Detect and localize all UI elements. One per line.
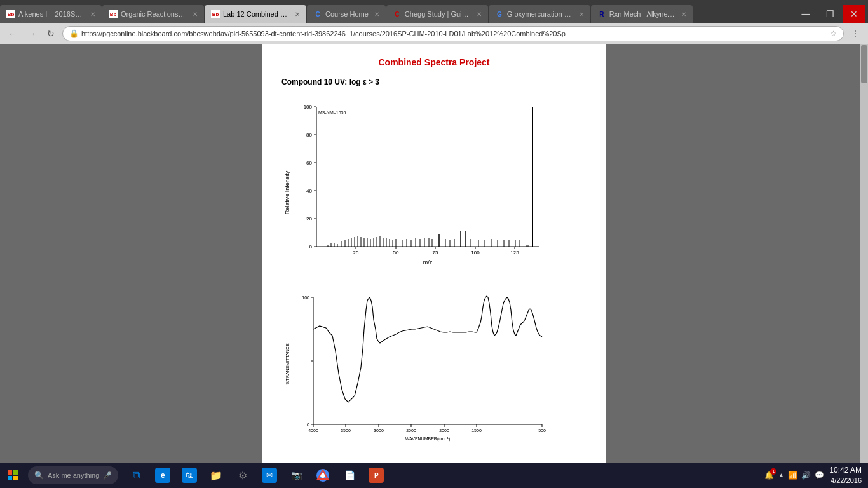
- start-button[interactable]: [0, 463, 25, 488]
- mail-icon: ✉: [262, 468, 277, 483]
- taskbar-search[interactable]: 🔍 Ask me anything 🎤: [28, 466, 118, 484]
- ir-chart-container: %TRANSMITTANCE 100 0 4000 3500: [281, 291, 587, 444]
- taskbar-clock[interactable]: 10:42 AM 4/22/2016: [829, 466, 862, 485]
- taskbar-app-chrome[interactable]: [310, 463, 336, 488]
- ms-x125: 125: [510, 250, 519, 255]
- tab-label-alkenes: Alkenes I – 2016SP-...: [18, 10, 85, 18]
- svg-rect-73: [8, 470, 12, 475]
- lock-icon: 🔒: [69, 29, 79, 38]
- scrollbar-thumb[interactable]: [861, 45, 867, 83]
- browser-content: Combined Spectra Project Compound 10 UV:…: [0, 44, 868, 488]
- tab-favicon-bb2: Bb: [109, 10, 118, 18]
- taskbar-app-powerpoint[interactable]: P: [363, 463, 389, 488]
- tab-lab12[interactable]: Bb Lab 12 Combined S... ✕: [205, 5, 306, 23]
- ms-y20: 20: [306, 216, 312, 222]
- systray: 🔔 1 ▲ 📶 🔊 💬: [764, 471, 824, 480]
- ms-y100: 100: [304, 104, 313, 110]
- tab-label-coursehome: Course Home: [325, 10, 369, 18]
- ms-x50: 50: [393, 250, 399, 255]
- restore-button[interactable]: ❐: [818, 5, 841, 23]
- tab-organic[interactable]: Bb Organic Reactions P... ✕: [102, 5, 204, 23]
- tab-label-lab12: Lab 12 Combined S...: [223, 10, 289, 18]
- browser-scrollbar[interactable]: [860, 44, 868, 488]
- tab-favicon-bb3: Bb: [211, 10, 220, 18]
- taskbar-app-edge[interactable]: e: [150, 463, 175, 488]
- mic-icon[interactable]: 🎤: [103, 471, 112, 480]
- chevron-up-icon[interactable]: ▲: [778, 471, 784, 478]
- tab-coursehome[interactable]: C Course Home ✕: [307, 5, 386, 23]
- taskbar-app-task-view[interactable]: ⧉: [123, 463, 149, 488]
- ir-x3500: 3500: [341, 428, 351, 433]
- store-icon: 🛍: [182, 468, 197, 483]
- tab-favicon-rxn: R: [597, 10, 606, 18]
- windows-icon: [8, 470, 18, 480]
- ir-x2500: 2500: [406, 428, 416, 433]
- action-center-icon[interactable]: 💬: [815, 471, 824, 480]
- compound-label-text: Compound 10 UV: log ε > 3: [281, 78, 379, 86]
- svg-rect-76: [13, 476, 18, 480]
- ir-x4000: 4000: [308, 428, 318, 433]
- ms-xaxis-label: m/z: [423, 259, 433, 266]
- nav-actions: ⋮: [848, 26, 863, 41]
- network-icon[interactable]: 📶: [788, 471, 797, 480]
- ms-yaxis-label: Relative Intensity: [284, 170, 290, 214]
- ms-chart-container: Relative Intensity 0 20 40: [281, 94, 587, 278]
- tab-google[interactable]: G G oxymercuration de... ✕: [489, 5, 590, 23]
- taskbar-app-camera[interactable]: 📷: [283, 463, 309, 488]
- tab-label-google: G oxymercuration de...: [507, 10, 573, 18]
- ir-chart-svg: %TRANSMITTANCE 100 0 4000 3500: [281, 291, 555, 444]
- browser-frame: Bb Alkenes I – 2016SP-... ✕ Bb Organic R…: [0, 0, 868, 488]
- taskbar-search-text: Ask me anything: [48, 471, 99, 479]
- tab-close-organic[interactable]: ✕: [193, 11, 198, 18]
- tab-close-rxn[interactable]: ✕: [681, 11, 686, 18]
- camera-icon: 📷: [288, 468, 304, 483]
- ms-y0: 0: [309, 244, 313, 250]
- tab-close-alkenes[interactable]: ✕: [90, 11, 95, 18]
- ms-y40: 40: [306, 188, 312, 194]
- address-bar[interactable]: 🔒 https://pgcconline.blackboard.com/bbcs…: [62, 26, 844, 41]
- minimize-button[interactable]: ─: [794, 5, 817, 23]
- ms-x25: 25: [353, 250, 359, 255]
- acrobat-icon: 📄: [342, 468, 357, 483]
- ms-annotation: MS-NM=1636: [318, 111, 346, 115]
- tab-bar: Bb Alkenes I – 2016SP-... ✕ Bb Organic R…: [0, 0, 868, 23]
- ir-xaxis-label: WAVENUMBER(cm⁻¹): [405, 437, 451, 442]
- tab-favicon-bb: Bb: [6, 10, 15, 18]
- forward-button[interactable]: →: [24, 26, 39, 41]
- tab-close-google[interactable]: ✕: [579, 11, 584, 18]
- extensions-button[interactable]: ⋮: [848, 26, 863, 41]
- ir-x1500: 1500: [471, 428, 482, 433]
- tab-close-lab12[interactable]: ✕: [295, 11, 300, 18]
- navigation-bar: ← → ↻ 🔒 https://pgcconline.blackboard.co…: [0, 23, 868, 44]
- tab-alkenes[interactable]: Bb Alkenes I – 2016SP-... ✕: [0, 5, 102, 23]
- tab-label-rxn: Rxn Mech - Alkynes...: [609, 10, 675, 18]
- volume-icon[interactable]: 🔊: [801, 471, 811, 480]
- edge-icon: e: [155, 468, 170, 483]
- star-icon[interactable]: ☆: [830, 29, 837, 38]
- ms-chart-svg: Relative Intensity 0 20 40: [281, 94, 555, 278]
- task-view-icon: ⧉: [128, 468, 144, 483]
- taskbar-app-acrobat[interactable]: 📄: [337, 463, 362, 488]
- ir-yaxis-label: %TRANSMITTANCE: [285, 343, 290, 385]
- powerpoint-icon: P: [369, 468, 384, 483]
- tab-label-chegg: Chegg Study | Guid...: [405, 10, 471, 18]
- tab-favicon-ch: C: [313, 10, 322, 18]
- taskbar-app-mail[interactable]: ✉: [257, 463, 282, 488]
- chrome-icon: [315, 468, 330, 483]
- back-button[interactable]: ←: [5, 26, 20, 41]
- notification-icon[interactable]: 🔔 1: [764, 471, 774, 480]
- search-icon: 🔍: [34, 471, 44, 480]
- refresh-button[interactable]: ↻: [43, 26, 58, 41]
- tab-close-coursehome[interactable]: ✕: [374, 11, 379, 18]
- tab-rxn[interactable]: R Rxn Mech - Alkynes... ✕: [591, 5, 693, 23]
- page-title: Combined Spectra Project: [281, 57, 587, 67]
- taskbar-app-store[interactable]: 🛍: [177, 463, 202, 488]
- close-button[interactable]: ✕: [843, 5, 865, 23]
- taskbar-app-settings[interactable]: ⚙: [230, 463, 255, 488]
- tab-chegg[interactable]: C Chegg Study | Guid... ✕: [386, 5, 488, 23]
- settings-icon: ⚙: [235, 468, 250, 483]
- taskbar-app-files[interactable]: 📁: [203, 463, 229, 488]
- taskbar: 🔍 Ask me anything 🎤 ⧉ e 🛍 📁 ⚙ ✉ 📷: [0, 463, 868, 488]
- svg-rect-74: [13, 470, 18, 475]
- tab-close-chegg[interactable]: ✕: [477, 11, 482, 18]
